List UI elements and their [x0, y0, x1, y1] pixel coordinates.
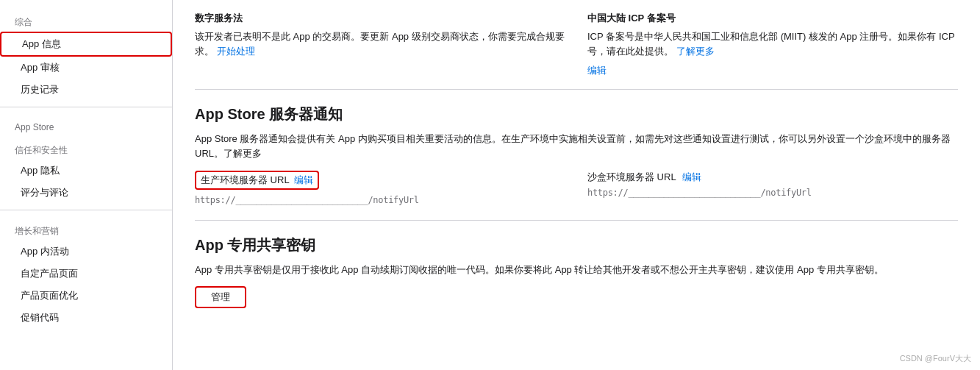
start-processing-link[interactable]: 开始处理: [217, 46, 255, 57]
shared-secret-section: App 专用共享密钥 App 专用共享密钥是仅用于接收此 App 自动续期订阅收…: [195, 221, 958, 323]
sandbox-url-label-row: 沙盒环境服务器 URL 编辑: [587, 171, 958, 184]
sidebar-section-label-growth: 增长和营销: [0, 216, 172, 241]
production-url-col: 生产环境服务器 URL 编辑 https://_________________…: [195, 171, 565, 205]
production-url-label: 生产环境服务器 URL: [201, 174, 290, 187]
sidebar-section-growth: 增长和营销 App 内活动 自定产品页面 产品页面优化 促销代码: [0, 216, 172, 329]
sidebar-item-app-info[interactable]: App 信息: [0, 32, 172, 57]
shared-secret-description: App 专用共享密钥是仅用于接收此 App 自动续期订阅收据的唯一代码。如果你要…: [195, 263, 958, 277]
icp-edit-link[interactable]: 编辑: [587, 65, 607, 76]
sandbox-url-label: 沙盒环境服务器 URL: [587, 171, 676, 184]
sandbox-url-edit-link[interactable]: 编辑: [682, 171, 701, 184]
production-url-box: 生产环境服务器 URL 编辑: [195, 171, 319, 190]
sandbox-url-value: https://__________________________/notif…: [587, 188, 812, 198]
icp-text: ICP 备案号是中华人民共和国工业和信息化部 (MIIT) 核发的 App 注册…: [587, 29, 958, 58]
sidebar-section-label-appstore: App Store: [0, 113, 172, 135]
production-url-value: https://__________________________/notif…: [195, 195, 419, 205]
sidebar-section-trust: 信任和安全性 App 隐私 评分与评论: [0, 135, 172, 204]
sidebar-section-label-综合: 综合: [0, 7, 172, 32]
sidebar-item-history[interactable]: 历史记录: [0, 79, 172, 101]
shared-secret-title: App 专用共享密钥: [195, 235, 958, 255]
sidebar-section-appstore: App Store: [0, 113, 172, 135]
digital-services-text: 该开发者已表明不是此 App 的交易商。要更新 App 级别交易商状态，你需要完…: [195, 29, 565, 58]
sandbox-url-col: 沙盒环境服务器 URL 编辑 https://_________________…: [587, 171, 958, 205]
learn-more-link[interactable]: 了解更多: [676, 46, 715, 57]
digital-services-title: 数字服务法: [195, 12, 565, 25]
digital-services-col: 数字服务法 该开发者已表明不是此 App 的交易商。要更新 App 级别交易商状…: [195, 12, 565, 77]
manage-button[interactable]: 管理: [195, 286, 246, 308]
sidebar-item-ratings[interactable]: 评分与评论: [0, 182, 172, 204]
top-section: 数字服务法 该开发者已表明不是此 App 的交易商。要更新 App 级别交易商状…: [195, 0, 958, 90]
main-content: 数字服务法 该开发者已表明不是此 App 的交易商。要更新 App 级别交易商状…: [173, 0, 980, 370]
sidebar-section-label-trust: 信任和安全性: [0, 135, 172, 160]
server-notification-title: App Store 服务器通知: [195, 104, 958, 124]
server-notification-description: App Store 服务器通知会提供有关 App 内购买项目相关重要活动的信息。…: [195, 132, 958, 160]
sidebar-item-app-privacy[interactable]: App 隐私: [0, 160, 172, 182]
sidebar-item-app-review[interactable]: App 审核: [0, 57, 172, 79]
icp-col: 中国大陆 ICP 备案号 ICP 备案号是中华人民共和国工业和信息化部 (MII…: [587, 12, 958, 77]
sidebar-divider-2: [0, 210, 172, 210]
production-url-edit-link[interactable]: 编辑: [294, 174, 313, 187]
sidebar-item-in-app-events[interactable]: App 内活动: [0, 241, 172, 263]
icp-title: 中国大陆 ICP 备案号: [587, 12, 958, 25]
sidebar: 综合 App 信息 App 审核 历史记录 App Store 信任和安全性 A…: [0, 0, 173, 370]
sidebar-item-product-page-optimization[interactable]: 产品页面优化: [0, 285, 172, 307]
sidebar-divider-1: [0, 107, 172, 107]
sidebar-item-promo-codes[interactable]: 促销代码: [0, 307, 172, 329]
watermark: CSDN @FourV大大: [900, 353, 971, 364]
sidebar-item-custom-product-pages[interactable]: 自定产品页面: [0, 263, 172, 285]
server-notification-section: App Store 服务器通知 App Store 服务器通知会提供有关 App…: [195, 90, 958, 221]
sidebar-section-综合: 综合 App 信息 App 审核 历史记录: [0, 7, 172, 101]
